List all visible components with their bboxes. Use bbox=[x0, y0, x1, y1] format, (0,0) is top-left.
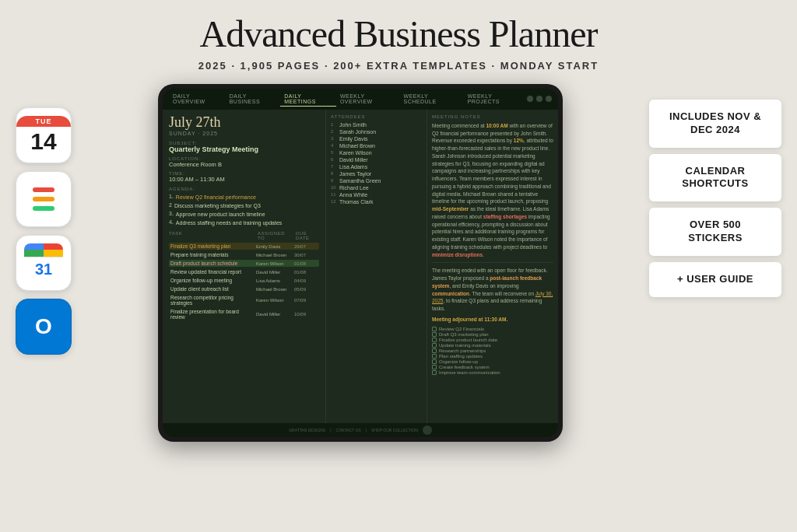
badge-calendar-shortcuts: CALENDAR SHORTCUTS bbox=[649, 154, 781, 202]
attendee-7: 7Lisa Adams bbox=[331, 164, 422, 170]
attendee-8: 8James Taylor bbox=[331, 171, 422, 177]
notes-paragraph-2: The meeting ended with an open floor for… bbox=[432, 267, 553, 313]
check-box-5 bbox=[432, 348, 437, 353]
tasks-app-icon[interactable] bbox=[16, 171, 72, 227]
task-due-3: 01/08 bbox=[294, 261, 318, 266]
task-dot-green bbox=[33, 206, 54, 211]
nav-weekly-projects[interactable]: WEEKLY PROJECTS bbox=[464, 92, 527, 106]
outlook-app-icon[interactable]: O bbox=[16, 299, 72, 355]
task-row-2: Prepare training materials Michael Brown… bbox=[169, 251, 319, 258]
task-due-7: 07/09 bbox=[294, 298, 318, 303]
task-due-6: 05/09 bbox=[294, 287, 318, 292]
task-assigned-4: David Miller bbox=[256, 270, 291, 275]
home-button[interactable] bbox=[423, 425, 432, 435]
attendee-5: 5Karen Wilson bbox=[331, 150, 422, 156]
tasks-col-task: TASK bbox=[169, 231, 255, 240]
notes-title: MEETING NOTES bbox=[432, 114, 553, 119]
gcal-yellow bbox=[44, 250, 63, 257]
notes-divider bbox=[432, 262, 553, 263]
task-row-7: Research competitor pricing strategies K… bbox=[169, 294, 319, 306]
task-name-3: Draft product launch schedule bbox=[170, 261, 253, 266]
task-name-8: Finalize presentation for board review bbox=[170, 309, 253, 320]
google-calendar-icon[interactable]: 31 bbox=[16, 235, 72, 291]
meeting-location-info: LOCATION: Conference Room B bbox=[169, 156, 319, 168]
outlook-letter: O bbox=[35, 314, 52, 339]
tasks-col-due: DUE DATE bbox=[296, 231, 319, 240]
nav-icon-dot-2 bbox=[536, 96, 542, 102]
check-item-5: Research partnerships bbox=[432, 348, 553, 353]
footer-shop: SHOP OUR COLLECTION bbox=[371, 428, 418, 432]
check-item-9: Improve team communication bbox=[432, 370, 553, 375]
meeting-time-info: TIME: 10:00 AM – 11:30 AM bbox=[169, 171, 319, 183]
agenda-item-1: 1. Review Q2 financial performance bbox=[169, 194, 319, 201]
task-due-4: 01/08 bbox=[294, 270, 318, 275]
check-box-8 bbox=[432, 365, 437, 369]
task-dot-orange bbox=[33, 197, 54, 201]
attendee-3: 3Emily Davis bbox=[331, 136, 422, 142]
check-box-1 bbox=[432, 327, 437, 331]
nav-daily-business[interactable]: DAILY BUSINESS bbox=[226, 92, 281, 106]
meeting-time-value: 10:00 AM – 11:30 AM bbox=[169, 176, 319, 183]
tablet-left-panel: July 27th SUNDAY · 2025 SUBJECT: Quarter… bbox=[163, 110, 326, 423]
badge-stickers: OVER 500 STICKERS bbox=[649, 208, 781, 256]
badge-user-guide: + USER GUIDE bbox=[649, 262, 781, 297]
gcal-red bbox=[44, 243, 63, 250]
meeting-subject-info: SUBJECT: Quarterly Strategy Meeting bbox=[169, 141, 319, 153]
check-item-4: Update training materials bbox=[432, 343, 553, 348]
agenda-text-3: Approve new product launch timeline bbox=[176, 211, 265, 218]
attendee-12: 12Thomas Clark bbox=[331, 199, 422, 205]
tablet-middle-panel: ATTENDEES 1John Smith 2Sarah Johnson 3Em… bbox=[326, 110, 427, 423]
attendees-title: ATTENDEES bbox=[331, 114, 422, 119]
attendee-1: 1John Smith bbox=[331, 122, 422, 128]
tablet-device: DAILY OVERVIEW DAILY BUSINESS DAILY MEET… bbox=[158, 84, 563, 442]
left-icons: TUE 14 31 O bbox=[16, 84, 72, 355]
task-due-1: 29/07 bbox=[294, 244, 318, 249]
tasks-section: TASK ASSIGNED TO DUE DATE Finalize Q3 ma… bbox=[169, 231, 319, 320]
attendee-9: 9Samantha Green bbox=[331, 178, 422, 184]
calendar-app-icon[interactable]: TUE 14 bbox=[16, 107, 72, 163]
check-item-1: Review Q2 Financials bbox=[432, 327, 553, 331]
badge-nov-dec-text: INCLUDES NOV & DEC 2024 bbox=[662, 110, 769, 137]
nav-icon-dot-3 bbox=[546, 96, 552, 102]
gcal-green bbox=[24, 250, 44, 257]
agenda-text-2: Discuss marketing strategies for Q3 bbox=[174, 202, 261, 209]
agenda-item-4: 4. Address staffing needs and training u… bbox=[169, 219, 319, 226]
task-assigned-7: Karen Wilson bbox=[256, 298, 291, 303]
badge-calendar-shortcuts-text: CALENDAR SHORTCUTS bbox=[662, 165, 769, 191]
check-item-8: Create feedback system bbox=[432, 365, 553, 369]
task-due-2: 30/07 bbox=[294, 253, 318, 257]
task-assigned-6: Michael Brown bbox=[256, 287, 291, 292]
nav-daily-overview[interactable]: DAILY OVERVIEW bbox=[169, 92, 226, 106]
task-name-6: Update client outreach list bbox=[170, 286, 253, 292]
attendee-10: 10Richard Lee bbox=[331, 185, 422, 191]
check-box-4 bbox=[432, 343, 437, 348]
agenda-title: AGENDA: bbox=[169, 187, 319, 191]
task-row-4: Review updated financial report David Mi… bbox=[169, 268, 319, 275]
task-name-7: Research competitor pricing strategies bbox=[170, 295, 253, 306]
task-assigned-2: Michael Brown bbox=[256, 253, 291, 257]
calendar-date-number: 14 bbox=[30, 127, 56, 155]
right-badges: INCLUDES NOV & DEC 2024 CALENDAR SHORTCU… bbox=[649, 84, 781, 297]
task-due-5: 04/09 bbox=[294, 278, 318, 283]
check-item-7: Organize follow-up bbox=[432, 359, 553, 364]
notes-adjourned: Meeting adjourned at 11:30 AM. bbox=[432, 316, 553, 324]
task-assigned-5: Lisa Adams bbox=[256, 278, 291, 283]
task-row-8: Finalize presentation for board review D… bbox=[169, 308, 319, 320]
calendar-day-label: TUE bbox=[16, 116, 71, 127]
task-row-6: Update client outreach list Michael Brow… bbox=[169, 285, 319, 292]
nav-weekly-overview[interactable]: WEEKLY OVERVIEW bbox=[336, 92, 400, 106]
main-title: Advanced Business Planner bbox=[0, 14, 797, 55]
task-name-1: Finalize Q3 marketing plan bbox=[170, 243, 253, 249]
agenda-item-3: 3. Approve new product launch timeline bbox=[169, 211, 319, 218]
tablet-nav: DAILY OVERVIEW DAILY BUSINESS DAILY MEET… bbox=[163, 89, 558, 110]
nav-weekly-schedule[interactable]: WEEKLY SCHEDULE bbox=[400, 92, 464, 106]
check-item-3: Finalize product launch date bbox=[432, 338, 553, 342]
check-box-9 bbox=[432, 370, 437, 375]
notes-paragraph-1: Meeting commenced at 10:00 AM with an ov… bbox=[432, 122, 553, 259]
check-box-2 bbox=[432, 332, 437, 337]
meeting-subject-value: Quarterly Strategy Meeting bbox=[169, 145, 319, 153]
nav-icons bbox=[527, 96, 552, 102]
tablet-wrapper: DAILY OVERVIEW DAILY BUSINESS DAILY MEET… bbox=[83, 84, 638, 442]
nav-daily-meetings[interactable]: DAILY MEETINGS bbox=[280, 92, 336, 107]
tablet-body: July 27th SUNDAY · 2025 SUBJECT: Quarter… bbox=[163, 110, 558, 423]
